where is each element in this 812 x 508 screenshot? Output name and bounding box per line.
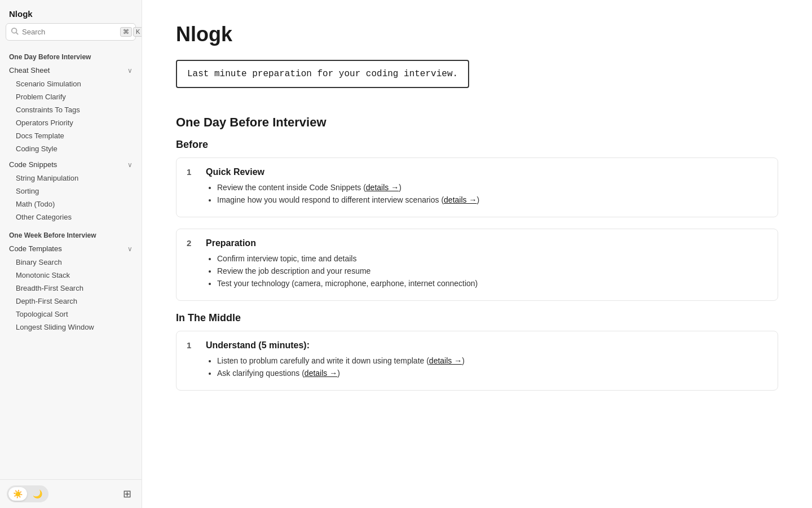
app-title: Nlogk [0,0,142,23]
group-code-snippets: Code Snippets ∨ String Manipulation Sort… [0,157,142,224]
chevron-down-icon: ∨ [127,161,133,169]
step-middle-1: 1 Understand (5 minutes): Listen to prob… [176,331,778,391]
sidebar-item-operators-priority[interactable]: Operators Priority [0,116,142,129]
middle-heading: In The Middle [176,312,778,324]
step-number-2: 2 [187,238,197,248]
bullet-item: Review the content inside Code Snippets … [217,183,767,192]
search-box[interactable]: ⌘ K [6,23,136,41]
sidebar-item-longest-sliding-window[interactable]: Longest Sliding Window [0,321,142,334]
tagline: Last minute preparation for your coding … [176,60,469,88]
step-content-2: Preparation Confirm interview topic, tim… [206,238,767,291]
sidebar-item-monotonic-stack[interactable]: Monotonic Stack [0,269,142,282]
search-input[interactable] [22,28,117,36]
section-one-day-heading: One Day Before Interview [176,115,778,130]
step-bullets-m1: Listen to problum carefully and write it… [206,356,767,378]
light-theme-button[interactable]: ☀️ [8,487,27,501]
bullet-text: Ask clarifying questions ( [217,369,304,378]
step-title-m1: Understand (5 minutes): [206,340,767,351]
bullet-item: Confirm interview topic, time and detail… [217,254,767,263]
layout-toggle-button[interactable]: ⊞ [120,485,135,502]
bullet-text: Review the job description and your resu… [217,266,370,275]
theme-toggle: ☀️ 🌙 [7,485,48,502]
code-templates-group-header[interactable]: Code Templates ∨ [0,242,142,256]
bullet-item: Test your technology (camera, microphone… [217,279,767,288]
details-link[interactable]: details → [429,356,462,365]
chevron-down-icon: ∨ [127,67,133,75]
bullet-text: Listen to problum carefully and write it… [217,356,429,365]
step-bullets-1: Review the content inside Code Snippets … [206,183,767,204]
section-one-week: One Week Before Interview [0,226,142,242]
bullet-item: Ask clarifying questions (details →) [217,369,767,378]
step-before-1: 1 Quick Review Review the content inside… [176,157,778,217]
chevron-down-icon: ∨ [127,245,133,253]
search-shortcut: ⌘ K [120,27,142,37]
bullet-item: Imagine how you would respond to differe… [217,195,767,204]
step-title-2: Preparation [206,238,767,248]
page-title: Nlogk [176,23,778,46]
step-number-m1: 1 [187,340,197,350]
details-link[interactable]: details → [366,183,399,192]
group-cheat-sheet: Cheat Sheet ∨ Scenario Simulation Proble… [0,63,142,155]
sidebar-nav: One Day Before Interview Cheat Sheet ∨ S… [0,47,142,336]
sidebar-item-math-todo[interactable]: Math (Todo) [0,198,142,211]
sidebar-item-string-manipulation[interactable]: String Manipulation [0,172,142,185]
main-content: Nlogk Last minute preparation for your c… [142,0,812,508]
details-link[interactable]: details → [444,195,476,204]
sidebar: Nlogk ⌘ K One Day Before Interview Cheat… [0,0,142,508]
search-shortcut-letter: K [133,27,142,37]
step-content-1: Quick Review Review the content inside C… [206,167,767,208]
search-shortcut-key: ⌘ [120,27,132,37]
cheat-sheet-group-header[interactable]: Cheat Sheet ∨ [0,63,142,77]
sidebar-item-coding-style[interactable]: Coding Style [0,142,142,155]
search-icon [11,27,19,37]
dark-theme-button[interactable]: 🌙 [28,487,47,501]
bullet-text: Review the content inside Code Snippets … [217,183,366,192]
sidebar-item-topological-sort[interactable]: Topological Sort [0,308,142,321]
sidebar-item-docs-template[interactable]: Docs Template [0,129,142,142]
bullet-text: Imagine how you would respond to differe… [217,195,444,204]
step-bullets-2: Confirm interview topic, time and detail… [206,254,767,288]
sidebar-item-constraints-to-tags[interactable]: Constraints To Tags [0,103,142,116]
sidebar-item-scenario-simulation[interactable]: Scenario Simulation [0,77,142,90]
before-heading: Before [176,139,778,151]
step-title-1: Quick Review [206,167,767,177]
sidebar-item-problem-clarify[interactable]: Problem Clarify [0,90,142,103]
svg-line-1 [16,33,19,35]
step-content-m1: Understand (5 minutes): Listen to problu… [206,340,767,381]
code-snippets-group-header[interactable]: Code Snippets ∨ [0,157,142,172]
bullet-item: Listen to problum carefully and write it… [217,356,767,365]
step-number-1: 1 [187,167,197,177]
sidebar-item-binary-search[interactable]: Binary Search [0,256,142,269]
section-one-day: One Day Before Interview [0,47,142,63]
sidebar-item-other-categories[interactable]: Other Categories [0,211,142,224]
sidebar-item-depth-first-search[interactable]: Depth-First Search [0,295,142,308]
sidebar-bottom-bar: ☀️ 🌙 ⊞ [0,479,142,508]
sidebar-item-breadth-first-search[interactable]: Breadth-First Search [0,282,142,295]
bullet-text: Confirm interview topic, time and detail… [217,254,356,263]
bullet-text: Test your technology (camera, microphone… [217,279,478,288]
bullet-item: Review the job description and your resu… [217,266,767,275]
group-code-templates: Code Templates ∨ Binary Search Monotonic… [0,242,142,334]
details-link[interactable]: details → [304,369,337,378]
sidebar-item-sorting[interactable]: Sorting [0,185,142,198]
step-before-2: 2 Preparation Confirm interview topic, t… [176,229,778,301]
svg-point-0 [12,28,17,33]
